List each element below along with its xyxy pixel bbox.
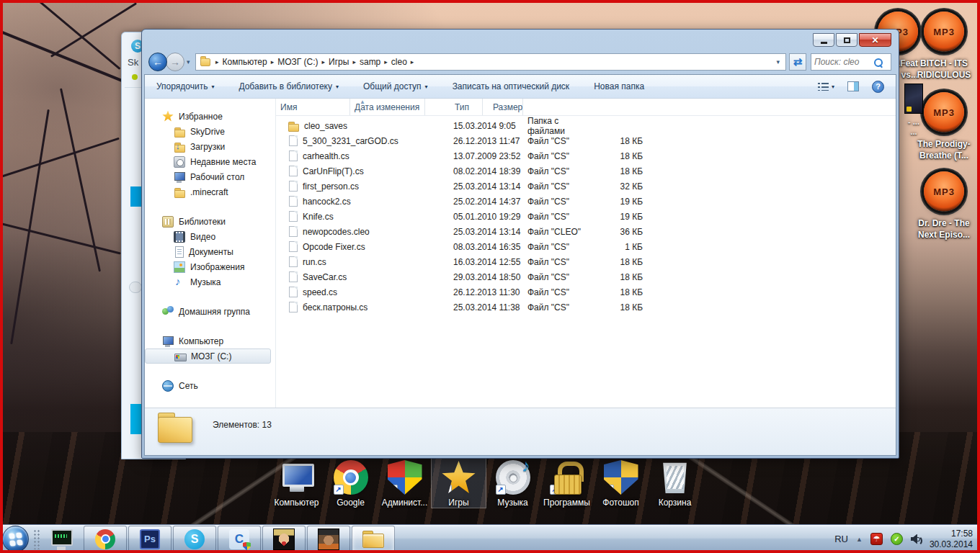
desktop-icon-chrome[interactable]: ↗Google [324, 459, 378, 508]
file-size: 18 КБ [598, 287, 656, 297]
chevron-down-icon: ▾ [211, 84, 214, 90]
desktop-icon-cd[interactable]: ↗Музыка [486, 459, 540, 508]
sidebar-group: КомпьютерМОЗГ (C:) [145, 333, 275, 364]
avira-icon[interactable]: ☂ [870, 533, 883, 545]
gta-man-taskbar-button[interactable] [307, 526, 350, 552]
breadcrumb-item[interactable]: Игры [329, 57, 349, 67]
breadcrumb-item[interactable]: Компьютер [223, 57, 267, 67]
sidebar-group-header[interactable]: Домашняя группа [145, 304, 275, 319]
system-monitor-icon[interactable] [49, 528, 74, 551]
clock-time: 17:58 [930, 529, 973, 539]
show-hidden-icons-button[interactable]: ▲ [856, 536, 863, 543]
views-icon [818, 82, 829, 91]
help-button[interactable]: ? [872, 81, 884, 93]
shortcut-arrow-icon: ↗ [550, 485, 560, 495]
skype-taskbar-button[interactable]: S [173, 526, 216, 552]
sidebar-group-header[interactable]: Компьютер [145, 333, 275, 349]
table-row[interactable]: SaveCar.cs29.03.2014 18:50Файл "CS"18 КБ [276, 269, 896, 284]
file-icon [289, 196, 298, 207]
desktop-icon-shield-admin[interactable]: ↗Админист... [378, 459, 432, 508]
column-header[interactable]: Имя [276, 99, 350, 115]
desktop-icon-lock[interactable]: ↗Программы [540, 459, 594, 508]
breadcrumb-item[interactable]: samp [360, 57, 380, 67]
gta-woman-taskbar-button[interactable] [262, 526, 306, 552]
table-row[interactable]: run.cs16.03.2014 12:55Файл "CS"18 КБ [276, 254, 896, 269]
shortcut-arrow-icon: ↗ [442, 485, 452, 495]
sidebar-group-label: Компьютер [179, 336, 223, 346]
language-indicator[interactable]: RU [834, 534, 848, 544]
table-row[interactable]: hancock2.cs25.02.2014 14:37Файл "CS"19 К… [276, 194, 896, 209]
sidebar-group-header[interactable]: Библиотеки [145, 214, 275, 229]
table-row[interactable]: cleo_saves15.03.2014 9:05Папка с файлами [276, 118, 896, 133]
file-icon [289, 241, 298, 252]
sidebar-item[interactable]: SkyDrive [145, 124, 275, 139]
clock[interactable]: 17:58 30.03.2014 [930, 529, 973, 550]
sidebar-item[interactable]: Музыка [145, 274, 275, 289]
minimize-button[interactable] [813, 33, 834, 47]
sidebar-item[interactable]: Изображения [145, 259, 275, 274]
history-dropdown-icon[interactable]: ▾ [187, 58, 190, 66]
table-row[interactable]: 5_300_3231_carGOD.cs26.12.2013 11:47Файл… [276, 133, 896, 148]
start-button[interactable] [2, 526, 29, 552]
preview-pane-button[interactable] [847, 81, 859, 91]
address-dropdown-icon[interactable]: ▾ [773, 58, 783, 66]
table-row[interactable]: CarUnFlip(T).cs08.02.2014 18:39Файл "CS"… [276, 163, 896, 179]
table-row[interactable]: беск.патроны.cs25.03.2014 11:38Файл "CS"… [276, 300, 896, 315]
table-row[interactable]: carhealth.cs13.07.2009 23:52Файл "CS"18 … [276, 148, 896, 163]
desktop-icon-shield-ps[interactable]: ↗Фотошоп [594, 459, 648, 508]
toolbar-button[interactable]: Записать на оптический диск [453, 81, 570, 91]
column-header[interactable]: Тип [425, 99, 483, 115]
toolbar-button[interactable]: Упорядочить▾ [156, 81, 214, 91]
breadcrumb-item[interactable]: cleo [391, 57, 407, 67]
table-row[interactable]: speed.cs26.12.2013 11:30Файл "CS"18 КБ [276, 284, 896, 300]
forward-button[interactable]: → [166, 53, 184, 71]
table-row[interactable]: Opcode Fixer.cs08.03.2014 16:35Файл "CS"… [276, 239, 896, 254]
toolbar-button[interactable]: Новая папка [594, 81, 644, 91]
sidebar-item[interactable]: Видео [145, 229, 275, 244]
breadcrumb-separator: ▸ [411, 58, 414, 66]
table-row[interactable]: newopcodes.cleo25.03.2014 13:14Файл "CLE… [276, 224, 896, 239]
column-header[interactable]: Размер [483, 99, 523, 115]
table-row[interactable]: Knife.cs05.01.2010 19:29Файл "CS"19 КБ [276, 209, 896, 224]
sidebar-item[interactable]: Рабочий стол [145, 169, 275, 184]
close-button[interactable]: ✕ [859, 33, 891, 47]
skype-button[interactable] [129, 282, 142, 293]
volume-icon[interactable] [911, 534, 922, 544]
desktop-icon-bin[interactable]: Корзина [648, 459, 702, 508]
sidebar-group-header[interactable]: Сеть [145, 378, 275, 393]
sidebar-item[interactable]: Документы [145, 244, 275, 259]
refresh-button[interactable]: ⇄ [789, 53, 806, 71]
mp3-desktop-icon[interactable]: MP3Dr. Dre - TheNext Episo... [904, 171, 980, 240]
sidebar-item[interactable]: Недавние места [145, 154, 275, 169]
mp3-desktop-icon[interactable]: MP3BITCH - ITSRIDICULOUS [904, 12, 980, 81]
toolbar-button[interactable]: Добавить в библиотеку▾ [239, 81, 339, 91]
search-box[interactable] [811, 53, 891, 71]
sidebar-item[interactable]: МОЗГ (C:) [145, 349, 271, 364]
file-type: Файл "CS" [523, 302, 598, 313]
network-icon [162, 380, 174, 392]
desktop-icon-computer[interactable]: Компьютер [270, 459, 324, 508]
table-row[interactable]: first_person.cs25.03.2014 13:14Файл "CS"… [276, 179, 896, 194]
desktop-icon-star[interactable]: ↗Игры [432, 459, 486, 508]
maximize-button[interactable] [836, 33, 858, 47]
breadcrumb-item[interactable]: МОЗГ (C:) [277, 57, 318, 67]
sidebar-item[interactable]: ↓Загрузки [145, 139, 275, 154]
status-check-icon[interactable]: ✓ [891, 533, 903, 545]
taskbar-grip[interactable] [33, 529, 40, 549]
search-input[interactable] [814, 57, 873, 67]
explorer-taskbar-button[interactable] [352, 526, 395, 552]
sidebar-group-label: Сеть [179, 381, 198, 391]
file-icon [289, 226, 298, 237]
chrome-taskbar-button[interactable] [84, 526, 127, 552]
back-button[interactable]: ← [148, 53, 167, 71]
sidebar-group-header[interactable]: Избранное [145, 109, 275, 124]
sidebar-item-label: Недавние места [190, 157, 256, 167]
address-bar[interactable]: ▸Компьютер▸МОЗГ (C:)▸Игры▸samp▸cleo▸ ▾ [195, 53, 786, 71]
mp3-badge-icon: MP3 [924, 12, 964, 52]
app-taskbar-button[interactable]: C [218, 526, 261, 552]
sidebar-item[interactable]: .minecraft [145, 184, 275, 199]
mp3-label-line: Dr. Dre - The [918, 217, 970, 229]
views-button[interactable]: ▾ [818, 82, 834, 91]
photoshop-taskbar-button[interactable]: Ps [128, 526, 172, 552]
toolbar-button[interactable]: Общий доступ▾ [363, 81, 428, 91]
